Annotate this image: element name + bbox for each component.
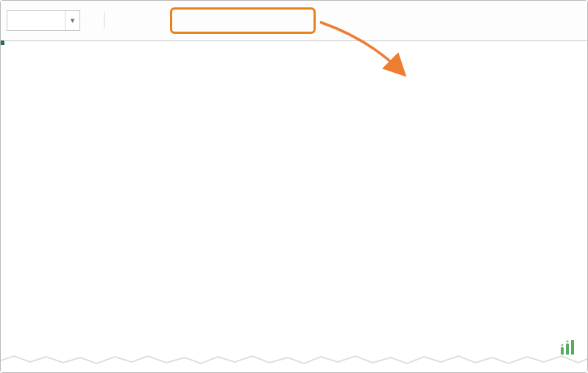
watermark [559, 338, 581, 356]
torn-edge [1, 353, 588, 373]
name-box[interactable]: ▼ [7, 10, 80, 31]
selected-cell-border [1, 41, 4, 44]
name-box-dropdown-icon[interactable]: ▼ [65, 11, 79, 30]
formula-highlight-box [170, 7, 316, 34]
formula-bar-row: ▼ [1, 1, 587, 41]
divider [104, 13, 105, 29]
worksheet [1, 41, 588, 373]
formula-bar-buttons [113, 10, 135, 31]
excel-window: ▼ [0, 0, 588, 373]
bar-chart-icon [559, 338, 577, 356]
